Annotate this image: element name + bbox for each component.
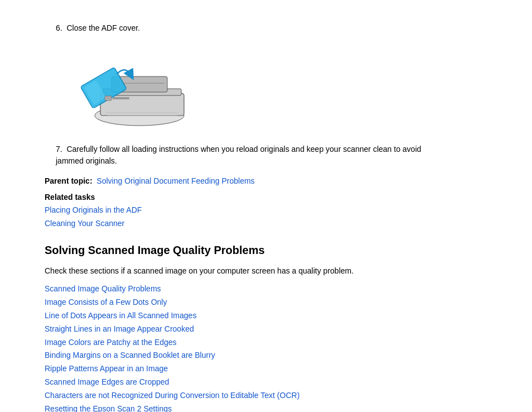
quality-links-list: Scanned Image Quality Problems Image Con… [45,282,487,412]
related-task-link-0[interactable]: Placing Originals in the ADF [45,204,487,217]
quality-link-9[interactable]: Resetting the Epson Scan 2 Settings [45,403,487,412]
quality-link-0[interactable]: Scanned Image Quality Problems [45,282,487,296]
parent-topic-1-link[interactable]: Solving Original Document Feeding Proble… [96,176,254,185]
quality-link-1[interactable]: Image Consists of a Few Dots Only [45,296,487,309]
svg-rect-7 [105,96,112,100]
step-7-text: Carefully follow all loading instruction… [56,145,421,165]
quality-link-8[interactable]: Characters are not Recognized During Con… [45,389,487,403]
quality-link-5[interactable]: Binding Margins on a Scanned Booklet are… [45,349,487,362]
related-tasks-section: Related tasks Placing Originals in the A… [45,193,487,231]
related-task-link-1[interactable]: Cleaning Your Scanner [45,217,487,231]
quality-link-2[interactable]: Line of Dots Appears in All Scanned Imag… [45,309,487,323]
scanner-illustration [67,43,190,132]
parent-topic-1-label: Parent topic: [45,176,93,185]
section-heading: Solving Scanned Image Quality Problems [45,244,487,257]
svg-rect-8 [113,97,129,99]
step-6-label: 6. [56,23,62,32]
parent-topic-1: Parent topic: Solving Original Document … [45,175,487,187]
scanner-svg [67,43,190,132]
related-tasks-title: Related tasks [45,193,487,202]
step-6: 6. Close the ADF cover. [56,22,487,34]
quality-link-3[interactable]: Straight Lines in an Image Appear Crooke… [45,323,487,336]
quality-link-6[interactable]: Ripple Patterns Appear in an Image [45,362,487,376]
quality-link-4[interactable]: Image Colors are Patchy at the Edges [45,336,487,349]
quality-link-7[interactable]: Scanned Image Edges are Cropped [45,376,487,389]
page-content: 6. Close the ADF cover. [0,0,532,412]
step-7-label: 7. [56,145,62,154]
step-6-text: Close the ADF cover. [66,23,140,32]
intro-text: Check these sections if a scanned image … [45,265,413,277]
step-7: 7. Carefully follow all loading instruct… [56,143,424,167]
